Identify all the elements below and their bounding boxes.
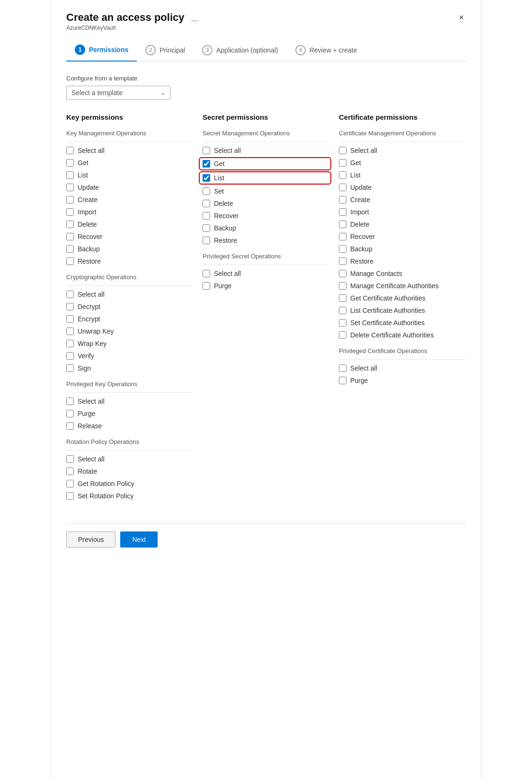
privkey-select-all-checkbox[interactable] <box>66 398 74 405</box>
secret-set-checkbox[interactable] <box>203 187 210 195</box>
key-import-checkbox[interactable] <box>66 208 74 216</box>
cert-restore-row: Restore <box>339 257 466 265</box>
cert-import-checkbox[interactable] <box>339 208 346 216</box>
wizard-steps: 1 Permissions 2 Principal 3 Application … <box>66 40 466 62</box>
step-1-circle: 1 <box>75 44 85 55</box>
step-permissions[interactable]: 1 Permissions <box>66 40 137 62</box>
secret-restore-checkbox[interactable] <box>203 237 210 244</box>
key-get-checkbox[interactable] <box>66 159 74 167</box>
cert-set-ca-checkbox[interactable] <box>339 319 346 327</box>
cert-manage-ca-row: Manage Certificate Authorities <box>339 282 466 290</box>
cert-manage-ca-checkbox[interactable] <box>339 282 346 290</box>
cert-list-row: List <box>339 171 466 179</box>
step-review[interactable]: 4 Review + create <box>287 40 366 61</box>
cert-delete-ca-checkbox[interactable] <box>339 331 346 339</box>
key-update-label: Update <box>78 184 99 191</box>
template-section: Configure from a template Select a templ… <box>66 75 466 100</box>
cert-manage-contacts-checkbox[interactable] <box>339 270 346 277</box>
crypto-verify-checkbox[interactable] <box>66 352 74 360</box>
secret-delete-checkbox[interactable] <box>203 200 210 207</box>
secret-delete-label: Delete <box>214 200 233 207</box>
step-4-label: Review + create <box>310 46 357 54</box>
crypto-select-all-row: Select all <box>66 291 193 298</box>
privkey-purge-checkbox[interactable] <box>66 410 74 417</box>
key-update-checkbox[interactable] <box>66 184 74 191</box>
cert-create-checkbox[interactable] <box>339 196 346 203</box>
crypto-decrypt-row: Decrypt <box>66 303 193 310</box>
key-permissions-title: Key permissions <box>66 113 193 121</box>
crypto-encrypt-label: Encrypt <box>78 315 100 323</box>
crypto-select-all-checkbox[interactable] <box>66 291 74 298</box>
crypto-decrypt-checkbox[interactable] <box>66 303 74 310</box>
cert-get-ca-checkbox[interactable] <box>339 294 346 302</box>
secret-get-checkbox[interactable] <box>203 160 210 168</box>
ellipsis-button[interactable]: ... <box>189 14 200 24</box>
key-list-checkbox[interactable] <box>66 171 74 179</box>
crypto-wrap-checkbox[interactable] <box>66 340 74 347</box>
privcert-purge-checkbox[interactable] <box>339 377 346 384</box>
key-delete-checkbox[interactable] <box>66 221 74 228</box>
rotation-get-policy-label: Get Rotation Policy <box>78 480 134 487</box>
cert-get-ca-label: Get Certificate Authorities <box>350 294 426 302</box>
cert-get-checkbox[interactable] <box>339 159 346 167</box>
cert-import-label: Import <box>350 208 369 216</box>
privcert-purge-label: Purge <box>350 377 368 384</box>
privkey-purge-label: Purge <box>78 410 95 417</box>
rotation-get-policy-checkbox[interactable] <box>66 480 74 487</box>
privcert-select-all-checkbox[interactable] <box>339 364 346 372</box>
secret-management-title: Secret Management Operations <box>203 130 329 137</box>
rotation-rotate-checkbox[interactable] <box>66 468 74 475</box>
key-import-row: Import <box>66 208 193 216</box>
key-restore-checkbox[interactable] <box>66 257 74 265</box>
step-application[interactable]: 3 Application (optional) <box>194 40 287 61</box>
cert-get-label: Get <box>350 159 361 167</box>
secret-backup-checkbox[interactable] <box>203 224 210 232</box>
privsecret-purge-checkbox[interactable] <box>203 282 210 290</box>
cert-delete-ca-row: Delete Certificate Authorities <box>339 331 466 339</box>
rotation-select-all-checkbox[interactable] <box>66 455 74 463</box>
cert-list-checkbox[interactable] <box>339 171 346 179</box>
key-management-title: Key Management Operations <box>66 130 193 137</box>
rotation-title: Rotation Policy Operations <box>66 438 193 445</box>
next-button[interactable]: Next <box>120 531 158 548</box>
privsecret-select-all-checkbox[interactable] <box>203 270 210 277</box>
privileged-cert-title: Privileged Certificate Operations <box>339 347 466 354</box>
secret-recover-checkbox[interactable] <box>203 212 210 220</box>
key-select-all-checkbox[interactable] <box>66 147 74 154</box>
key-create-checkbox[interactable] <box>66 196 74 203</box>
crypto-encrypt-checkbox[interactable] <box>66 315 74 323</box>
cert-list-ca-checkbox[interactable] <box>339 307 346 314</box>
cert-import-row: Import <box>339 208 466 216</box>
template-select-dropdown[interactable]: Select a template ⌄ <box>66 86 170 100</box>
secret-set-row: Set <box>203 187 329 195</box>
cert-recover-checkbox[interactable] <box>339 233 346 240</box>
template-placeholder: Select a template <box>71 89 123 97</box>
crypto-decrypt-label: Decrypt <box>78 303 100 310</box>
privkey-select-all-row: Select all <box>66 398 193 405</box>
cert-delete-checkbox[interactable] <box>339 221 346 228</box>
cert-restore-checkbox[interactable] <box>339 257 346 265</box>
cert-backup-checkbox[interactable] <box>339 245 346 253</box>
secret-backup-row: Backup <box>203 224 329 232</box>
privkey-release-checkbox[interactable] <box>66 422 74 430</box>
rotation-set-policy-checkbox[interactable] <box>66 492 74 500</box>
previous-button[interactable]: Previous <box>66 531 115 548</box>
cert-update-checkbox[interactable] <box>339 184 346 191</box>
privsecret-purge-row: Purge <box>203 282 329 290</box>
step-principal[interactable]: 2 Principal <box>137 40 194 61</box>
key-list-row: List <box>66 171 193 179</box>
rotation-set-policy-label: Set Rotation Policy <box>78 492 133 500</box>
privkey-release-label: Release <box>78 422 102 430</box>
cert-create-row: Create <box>339 196 466 203</box>
close-button[interactable]: × <box>457 11 466 24</box>
cert-select-all-checkbox[interactable] <box>339 147 346 154</box>
crypto-sign-row: Sign <box>66 364 193 372</box>
key-restore-label: Restore <box>78 257 101 265</box>
key-recover-checkbox[interactable] <box>66 233 74 240</box>
secret-list-checkbox[interactable] <box>203 174 210 182</box>
secret-select-all-checkbox[interactable] <box>203 147 210 154</box>
key-backup-checkbox[interactable] <box>66 245 74 253</box>
crypto-unwrap-checkbox[interactable] <box>66 327 74 335</box>
crypto-sign-checkbox[interactable] <box>66 364 74 372</box>
key-recover-row: Recover <box>66 233 193 240</box>
